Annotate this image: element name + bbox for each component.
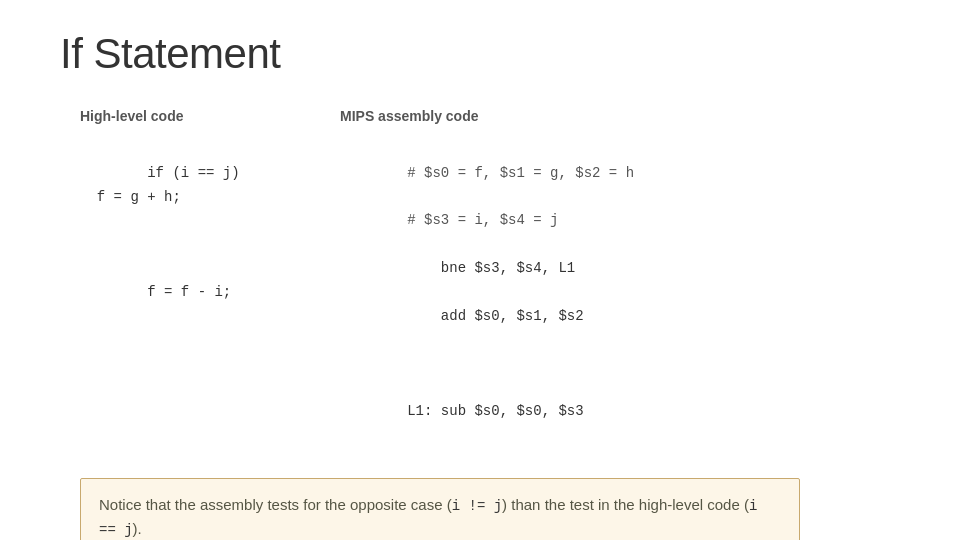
right-code2: add $s0, $s1, $s2 (407, 308, 583, 324)
left-column: High-level code if (i == j) f = g + h; f… (80, 108, 340, 448)
right-code-block2: L1: sub $s0, $s0, $s3 (340, 376, 900, 447)
left-code-block2: f = f - i; (80, 257, 340, 328)
notice-text-before: Notice that the assembly tests for the o… (99, 496, 452, 513)
notice-inline-code1: i != j (452, 498, 502, 514)
page-title: If Statement (60, 30, 900, 78)
right-column: MIPS assembly code # $s0 = f, $s1 = g, $… (340, 108, 900, 448)
right-comment1: # $s0 = f, $s1 = g, $s2 = h (407, 165, 634, 181)
right-code-block: # $s0 = f, $s1 = g, $s2 = h # $s3 = i, $… (340, 138, 900, 352)
content-area: High-level code if (i == j) f = g + h; f… (80, 108, 900, 448)
spacer (80, 233, 340, 257)
page: If Statement High-level code if (i == j)… (0, 0, 960, 540)
right-code3: L1: sub $s0, $s0, $s3 (407, 403, 583, 419)
notice-box: Notice that the assembly tests for the o… (80, 478, 800, 540)
right-code1: bne $s3, $s4, L1 (407, 260, 575, 276)
left-code-block1: if (i == j) f = g + h; (80, 138, 340, 233)
notice-text-middle: ) than the test in the high-level code ( (502, 496, 749, 513)
notice-text: Notice that the assembly tests for the o… (99, 493, 781, 540)
right-column-label: MIPS assembly code (340, 108, 900, 124)
left-column-label: High-level code (80, 108, 340, 124)
notice-text-after: ). (133, 520, 142, 537)
spacer-right (340, 352, 900, 376)
right-comment2: # $s3 = i, $s4 = j (407, 212, 558, 228)
